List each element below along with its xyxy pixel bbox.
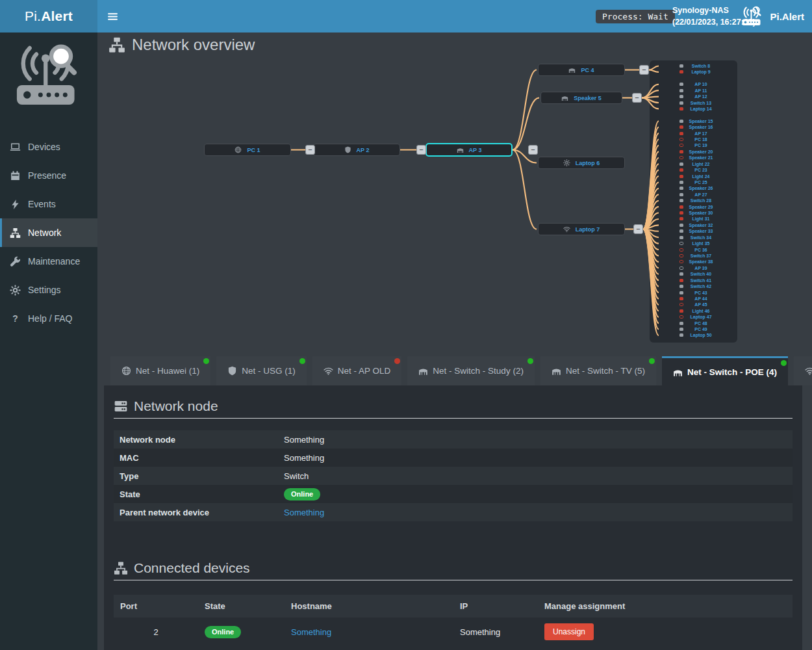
device-item-laptop-9[interactable]: Laptop 9 bbox=[650, 69, 737, 75]
device-item-pc-23[interactable]: PC 23 bbox=[650, 167, 737, 173]
collapse-button-3[interactable]: − bbox=[528, 145, 538, 155]
device-item-speaker-16[interactable]: Speaker 16 bbox=[650, 124, 737, 130]
app-logo[interactable]: Pi.Alert bbox=[0, 0, 97, 32]
field-value-cell: Something bbox=[283, 435, 793, 445]
device-item-laptop-47[interactable]: Laptop 47 bbox=[650, 314, 737, 320]
device-label: Speaker 20 bbox=[683, 149, 718, 155]
tab-net-switch-study-2[interactable]: Net - Switch - Study (2) bbox=[407, 356, 535, 385]
tab-net-switch-tv-5[interactable]: Net - Switch - TV (5) bbox=[540, 356, 656, 385]
tab-net-switch-poe-4[interactable]: Net - Switch - POE (4) bbox=[662, 356, 788, 385]
device-label: PC 23 bbox=[683, 167, 718, 173]
device-item-speaker-38[interactable]: Speaker 38 bbox=[650, 259, 737, 265]
device-label: Laptop 50 bbox=[683, 332, 718, 338]
pialert-logo bbox=[12, 43, 86, 113]
device-item-pc-18[interactable]: PC 18 bbox=[650, 136, 737, 142]
unassign-button[interactable]: Unassign bbox=[544, 623, 594, 640]
field-label: Network node bbox=[114, 435, 283, 445]
menu-icon bbox=[107, 11, 118, 22]
network-node-ap-3[interactable]: AP 3 bbox=[425, 143, 513, 157]
sidebar-item-maintenance[interactable]: Maintenance bbox=[0, 247, 97, 276]
device-item-speaker-30[interactable]: Speaker 30 bbox=[650, 210, 737, 216]
device-item-light-24[interactable]: Light 24 bbox=[650, 174, 737, 179]
sidebar-item-label: Presence bbox=[28, 170, 66, 181]
sidebar-item-presence[interactable]: Presence bbox=[0, 161, 97, 190]
tab-net-usg-1[interactable]: Net - USG (1) bbox=[216, 356, 307, 385]
status-dot-green bbox=[649, 358, 655, 364]
tab-label: Net - Switch - TV (5) bbox=[566, 366, 645, 376]
device-item-ap-45[interactable]: AP 45 bbox=[650, 302, 737, 307]
page-title-label: Network overview bbox=[132, 36, 255, 54]
sidebar-item-events[interactable]: Events bbox=[0, 190, 97, 218]
device-item-speaker-15[interactable]: Speaker 15 bbox=[650, 118, 737, 124]
device-item-ap-44[interactable]: AP 44 bbox=[650, 296, 737, 302]
device-item-switch-28[interactable]: Switch 28 bbox=[650, 198, 737, 203]
device-label: AP 11 bbox=[683, 88, 718, 94]
device-item-ap-10[interactable]: AP 10 bbox=[650, 81, 737, 87]
device-item-ap-17[interactable]: AP 17 bbox=[650, 131, 737, 136]
node-label: Laptop 6 bbox=[576, 160, 600, 166]
device-item-speaker-32[interactable]: Speaker 32 bbox=[650, 222, 737, 228]
collapse-button-1[interactable]: − bbox=[305, 145, 315, 155]
device-item-speaker-33[interactable]: Speaker 33 bbox=[650, 228, 737, 234]
collapse-button-4[interactable]: − bbox=[639, 65, 649, 75]
device-item-speaker-26[interactable]: Speaker 26 bbox=[650, 185, 737, 191]
device-item-pc-48[interactable]: PC 48 bbox=[650, 320, 737, 326]
device-item-laptop-50[interactable]: Laptop 50 bbox=[650, 332, 737, 338]
device-item-ap-11[interactable]: AP 11 bbox=[650, 88, 737, 94]
tab-net-huawei-1[interactable]: Net - Huawei (1) bbox=[110, 356, 210, 385]
network-node-speaker-5[interactable]: Speaker 5 bbox=[540, 92, 622, 104]
sidebar-item-devices[interactable]: Devices bbox=[0, 133, 97, 161]
network-node-pc-4[interactable]: PC 4 bbox=[538, 64, 625, 76]
tab-net-ap-36[interactable]: Net - AP (36) bbox=[794, 356, 812, 385]
connected-devices-table: PortStateHostnameIPManage assignment2Onl… bbox=[114, 595, 793, 646]
device-item-speaker-20[interactable]: Speaker 20 bbox=[650, 149, 737, 155]
network-node-ap-2[interactable]: AP 2 bbox=[313, 144, 400, 156]
parent-device-link[interactable]: Something bbox=[284, 508, 324, 517]
device-item-switch-8[interactable]: Switch 8 bbox=[650, 63, 737, 69]
sidebar-item-help-faq[interactable]: ?Help / FAQ bbox=[0, 304, 97, 333]
device-item-ap-27[interactable]: AP 27 bbox=[650, 192, 737, 198]
collapse-button-2[interactable]: − bbox=[416, 145, 426, 155]
device-item-pc-25[interactable]: PC 25 bbox=[650, 179, 737, 185]
device-item-light-31[interactable]: Light 31 bbox=[650, 216, 737, 222]
device-item-speaker-29[interactable]: Speaker 29 bbox=[650, 204, 737, 210]
device-item-switch-42[interactable]: Switch 42 bbox=[650, 283, 737, 289]
device-item-pc-49[interactable]: PC 49 bbox=[650, 326, 737, 332]
device-item-ap-12[interactable]: AP 12 bbox=[650, 94, 737, 99]
tab-label: Net - Switch - Study (2) bbox=[433, 366, 524, 376]
device-label: Light 46 bbox=[683, 308, 718, 314]
network-node-pc-1[interactable]: PC 1 bbox=[204, 144, 291, 156]
tab-net-ap-old[interactable]: Net - AP OLD bbox=[312, 356, 402, 385]
collapse-button-5[interactable]: − bbox=[632, 93, 642, 103]
sidebar-item-network[interactable]: Network bbox=[0, 218, 97, 247]
network-node-laptop-6[interactable]: Laptop 6 bbox=[538, 157, 625, 169]
device-item-laptop-14[interactable]: Laptop 14 bbox=[650, 106, 737, 112]
device-item-light-22[interactable]: Light 22 bbox=[650, 161, 737, 167]
device-item-pc-19[interactable]: PC 19 bbox=[650, 142, 737, 148]
device-item-pc-36[interactable]: PC 36 bbox=[650, 247, 737, 253]
network-tabs: Net - Huawei (1)Net - USG (1)Net - AP OL… bbox=[104, 356, 806, 385]
column-header-ip: IP bbox=[453, 601, 538, 611]
collapse-button-6[interactable]: − bbox=[633, 224, 643, 234]
device-item-pc-43[interactable]: PC 43 bbox=[650, 290, 737, 296]
device-item-speaker-21[interactable]: Speaker 21 bbox=[650, 155, 737, 161]
device-item-switch-34[interactable]: Switch 34 bbox=[650, 235, 737, 240]
hostname-link[interactable]: Something bbox=[291, 627, 331, 637]
device-item-switch-37[interactable]: Switch 37 bbox=[650, 253, 737, 259]
device-item-light-35[interactable]: Light 35 bbox=[650, 240, 737, 246]
sidebar-item-settings[interactable]: Settings bbox=[0, 276, 97, 304]
device-item-switch-40[interactable]: Switch 40 bbox=[650, 271, 737, 277]
sidebar-toggle-button[interactable] bbox=[99, 0, 126, 32]
network-node-heading: Network node bbox=[114, 396, 793, 417]
switch-icon bbox=[568, 66, 576, 73]
sidebar-item-label: Maintenance bbox=[28, 256, 80, 266]
network-node-laptop-7[interactable]: Laptop 7 bbox=[538, 223, 625, 235]
device-item-light-46[interactable]: Light 46 bbox=[650, 308, 737, 314]
wifi-icon bbox=[563, 226, 570, 233]
node-label: AP 3 bbox=[469, 147, 482, 153]
device-item-ap-39[interactable]: AP 39 bbox=[650, 265, 737, 271]
wifi-icon bbox=[324, 366, 333, 376]
device-item-switch-41[interactable]: Switch 41 bbox=[650, 278, 737, 283]
device-item-switch-13[interactable]: Switch 13 bbox=[650, 100, 737, 106]
wifi-icon bbox=[805, 366, 812, 376]
